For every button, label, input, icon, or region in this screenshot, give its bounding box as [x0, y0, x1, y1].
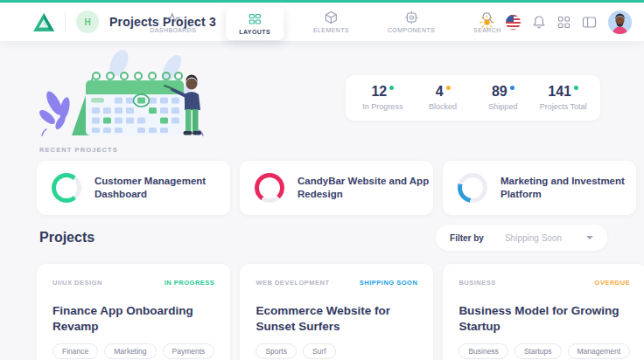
stat-label: Blocked — [429, 102, 457, 111]
stat-dot — [446, 86, 451, 90]
stat-value: 4 — [436, 85, 444, 99]
stats-summary-card: 12 In Progress 4 Blocked 89 Shipped 141 … — [346, 75, 600, 121]
project-tag[interactable]: Business — [458, 343, 508, 359]
recent-projects-heading: RECENT PROJECTS — [39, 146, 118, 154]
us-flag-icon — [506, 15, 521, 30]
project-category: BUSINESS — [458, 279, 495, 287]
recent-card-title: Customer Management Dashboard — [94, 175, 230, 201]
layout-grid-icon — [248, 12, 262, 26]
stat-value: 89 — [492, 85, 508, 99]
app-logo-icon[interactable] — [33, 13, 54, 31]
stat-value: 141 — [548, 85, 571, 99]
main-nav: DASHBOARDS LAYOUTS ELEMENTS — [141, 3, 509, 41]
progress-ring — [458, 173, 487, 203]
user-avatar[interactable] — [608, 10, 632, 34]
calendar-illustration — [32, 49, 211, 143]
filter-dropdown[interactable]: Filter by Shipping Soon — [436, 225, 607, 251]
bell-icon — [532, 15, 546, 30]
project-title: Business Model for Growing Startup — [458, 303, 620, 334]
project-card-ecommerce[interactable]: WEB DEVELOPMENT SHIPPING SOON Ecommerce … — [240, 264, 433, 360]
project-tag[interactable]: Payments — [163, 343, 215, 359]
navbar-actions — [480, 3, 632, 41]
project-cards-row: UI/UX DESIGN IN PROGRESS Finance App Onb… — [37, 264, 607, 360]
nav-label: LAYOUTS — [239, 29, 270, 35]
stat-projects-total: 141 Projects Total — [533, 85, 593, 111]
language-button[interactable] — [506, 15, 521, 30]
nav-label: ELEMENTS — [313, 27, 349, 33]
project-status-badge: SHIPPING SOON — [360, 279, 418, 287]
cube-icon — [324, 10, 338, 24]
recent-card-title: Marketing and Investment Platform — [500, 175, 636, 201]
recent-card-marketing[interactable]: Marketing and Investment Platform — [443, 161, 636, 215]
sun-icon — [480, 15, 494, 30]
nav-elements[interactable]: ELEMENTS — [304, 6, 358, 38]
notifications-button[interactable] — [532, 15, 546, 30]
sidebar-toggle-button[interactable] — [582, 16, 597, 29]
project-category: WEB DEVELOPMENT — [256, 279, 329, 287]
stat-dot — [389, 86, 394, 90]
stat-shipped: 89 Shipped — [473, 85, 534, 111]
recent-card-candybar[interactable]: CandyBar Website and App Redesign — [240, 161, 433, 215]
sidebar-icon — [582, 16, 597, 29]
nav-layouts[interactable]: LAYOUTS — [226, 7, 284, 40]
project-tag[interactable]: Surf — [303, 343, 336, 359]
project-title: Ecommerce Website for Sunset Surfers — [256, 303, 417, 334]
recent-projects-row: Customer Management Dashboard CandyBar W… — [37, 161, 607, 215]
project-tag[interactable]: Finance — [52, 343, 98, 359]
apps-grid-icon — [557, 16, 570, 29]
chevron-down-icon — [586, 236, 593, 239]
activity-icon — [166, 10, 180, 24]
stat-label: Projects Total — [540, 102, 587, 111]
project-title: Finance App Onboarding Revamp — [52, 303, 214, 334]
divider — [65, 11, 66, 32]
nav-components[interactable]: COMPONENTS — [379, 6, 444, 38]
nav-dashboards[interactable]: DASHBOARDS — [141, 6, 205, 38]
project-tag[interactable]: Marketing — [104, 343, 156, 359]
stat-dot — [574, 86, 578, 90]
project-status-badge: IN PROGRESS — [164, 279, 215, 287]
gear-icon — [404, 10, 418, 24]
stat-label: In Progress — [362, 102, 402, 111]
stat-label: Shipped — [488, 102, 517, 111]
stat-dot — [510, 86, 514, 90]
project-tag[interactable]: Sports — [256, 343, 297, 359]
stat-in-progress: 12 In Progress — [353, 85, 413, 111]
stat-value: 12 — [371, 85, 387, 99]
project-tag[interactable]: Startups — [514, 343, 562, 359]
progress-ring — [52, 173, 81, 203]
stat-blocked: 4 Blocked — [413, 85, 473, 111]
workspace-avatar[interactable]: H — [76, 10, 99, 33]
filter-label: Filter by — [450, 233, 484, 243]
nav-label: COMPONENTS — [388, 27, 435, 33]
filter-value: Shipping Soon — [505, 233, 562, 243]
theme-toggle-button[interactable] — [480, 15, 494, 30]
recent-card-title: CandyBar Website and App Redesign — [298, 175, 433, 201]
top-accent-bar — [0, 0, 644, 3]
project-card-finance-app[interactable]: UI/UX DESIGN IN PROGRESS Finance App Onb… — [37, 264, 230, 360]
project-status-badge: OVERDUE — [595, 279, 631, 287]
project-category: UI/UX DESIGN — [52, 279, 102, 287]
recent-card-customer-management[interactable]: Customer Management Dashboard — [37, 161, 230, 215]
projects-heading: Projects — [37, 230, 94, 246]
project-card-business-model[interactable]: BUSINESS OVERDUE Business Model for Grow… — [443, 264, 644, 360]
user-avatar-image — [608, 10, 632, 34]
nav-label: DASHBOARDS — [150, 27, 196, 33]
apps-button[interactable] — [557, 16, 570, 29]
project-tag[interactable]: Management — [568, 343, 631, 359]
progress-ring — [255, 173, 284, 203]
navbar: H Projects Project 3 DASHBOARDS LAYOUTS — [0, 3, 644, 41]
